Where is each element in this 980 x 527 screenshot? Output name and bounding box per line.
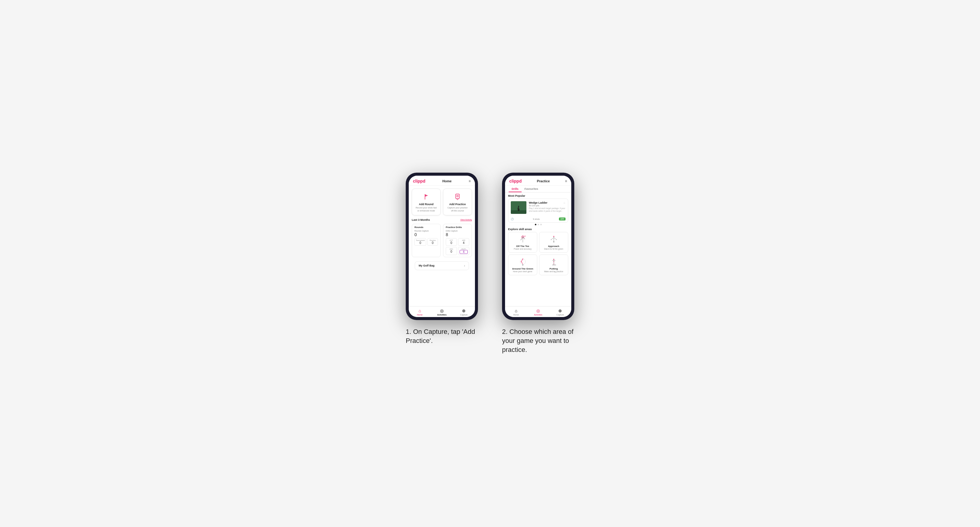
drills-capture-value: 8 — [446, 232, 469, 237]
skill-card-putting[interactable]: Putting Make and lag practice — [539, 254, 568, 275]
svg-point-1 — [425, 199, 425, 199]
nav-home-label-1: Home — [417, 314, 423, 316]
add-round-card[interactable]: Add Round Record your shots fast or enha… — [412, 189, 441, 215]
around-the-green-icon — [517, 257, 528, 266]
hamburger-icon-1[interactable]: ≡ — [469, 179, 471, 183]
capture-icon-1: ⊕ — [462, 308, 466, 313]
skill-grid: Off The Tee Power and accuracy — [505, 232, 571, 275]
tab-drills[interactable]: Drills — [509, 186, 522, 192]
arg-box: ARG 0 — [446, 247, 457, 255]
ott-value: 0 — [447, 241, 455, 244]
nav-activities-label-2: Activities — [534, 314, 542, 316]
approach-name: Approach — [548, 245, 559, 248]
off-the-tee-icon — [517, 235, 528, 244]
nav-activities-2[interactable]: ◎ Activities — [527, 308, 549, 316]
add-practice-desc: Capture your practice off-the-course — [446, 206, 469, 212]
action-cards: Add Round Record your shots fast or enha… — [409, 186, 475, 217]
activities-icon-2: ◎ — [536, 308, 540, 313]
add-practice-card[interactable]: Add Practice Capture your practice off-t… — [443, 189, 472, 215]
featured-footer: 🕐 9 shots APP — [508, 216, 568, 222]
add-practice-title: Add Practice — [449, 203, 466, 206]
putt-box: PUTT 4 — [458, 247, 469, 255]
approach-icon — [548, 235, 559, 244]
featured-desc: Play 1 shot at each target yardage. If y… — [529, 207, 566, 213]
svg-point-15 — [524, 236, 525, 237]
featured-title: Wedge Ladder — [529, 201, 547, 204]
ott-box: OTT 0 — [446, 238, 457, 246]
phone-section-1: clippd Home ≡ — [406, 173, 478, 345]
rounds-title: Rounds — [414, 226, 438, 229]
view-activity-link[interactable]: View Activity — [460, 219, 472, 221]
off-the-tee-name: Off The Tee — [516, 245, 529, 248]
nav-capture-1[interactable]: ⊕ Capture — [453, 308, 475, 316]
rounds-sub-stats: Tournament 0 Practice 0 — [414, 238, 438, 246]
putting-desc: Make and lag practice — [544, 270, 563, 273]
svg-point-10 — [518, 206, 519, 207]
practice-icon — [453, 192, 462, 202]
phones-container: clippd Home ≡ — [406, 173, 574, 354]
most-popular-label: Most Popular — [505, 192, 571, 198]
nav-home-1[interactable]: ⌂ Home — [409, 308, 431, 316]
clock-icon: 🕐 — [511, 218, 514, 221]
golf-bag-row[interactable]: My Golf Bag › — [415, 261, 469, 270]
skill-card-approach[interactable]: Approach Dial-in to hit the green — [539, 232, 568, 253]
skill-card-around-the-green[interactable]: Around The Green Hone your short game — [508, 254, 537, 275]
featured-drill-image — [511, 201, 527, 214]
svg-point-33 — [553, 264, 554, 265]
hamburger-icon-2[interactable]: ≡ — [565, 179, 567, 183]
flag-icon — [422, 192, 431, 202]
app-box: APP 4 — [458, 238, 469, 246]
featured-yardage: 50-100 yds — [529, 205, 566, 206]
drills-capture-label: Drills Capture — [446, 230, 469, 232]
practice-drills-title: Practice Drills — [446, 226, 469, 229]
putting-icon — [548, 257, 559, 266]
nav-capture-2[interactable]: ⊕ Capture — [549, 308, 571, 316]
tab-favourites[interactable]: Favourites — [522, 186, 541, 192]
rounds-box: Rounds Rounds Capture 0 Tournament 0 Pra… — [412, 224, 441, 257]
add-round-desc: Record your shots fast or enhanced mode — [414, 206, 438, 212]
nav-activities-1[interactable]: ◎ Activities — [431, 308, 453, 316]
activities-icon-1: ◎ — [440, 308, 444, 313]
putt-label: PUTT — [460, 248, 468, 250]
svg-point-32 — [553, 261, 554, 263]
skill-card-off-the-tee[interactable]: Off The Tee Power and accuracy — [508, 232, 537, 253]
svg-line-18 — [554, 238, 557, 240]
nav-home-label-2: Home — [513, 314, 519, 316]
bottom-nav-1: ⌂ Home ◎ Activities ⊕ Capture — [409, 306, 475, 317]
phone-screen-1: clippd Home ≡ — [409, 176, 475, 317]
rounds-capture-value: 0 — [414, 232, 438, 237]
around-the-green-name: Around The Green — [512, 267, 533, 270]
arg-value: 0 — [447, 250, 455, 253]
last-3-months-label: Last 3 Months — [412, 218, 430, 221]
svg-point-7 — [518, 208, 520, 211]
phone-section-2: clippd Practice ≡ Drills Favourites Most… — [502, 173, 574, 354]
carousel-dots — [505, 222, 571, 227]
featured-card-body: Wedge Ladder ☆ 50-100 yds Play 1 shot at… — [508, 199, 568, 216]
star-icon: ☆ — [563, 202, 566, 205]
bottom-nav-2: ⌂ Home ◎ Activities ⊕ Capture — [505, 306, 571, 317]
caption-2: 2. Choose which area of your game you wa… — [502, 327, 574, 354]
home-icon-2: ⌂ — [515, 308, 517, 313]
app-value: 4 — [460, 241, 468, 244]
app-title-2: Practice — [537, 179, 550, 183]
approach-desc: Dial-in to hit the green — [544, 248, 563, 250]
practice-box: Practice 0 — [427, 238, 438, 246]
app-title-1: Home — [442, 179, 452, 183]
app-header-2: clippd Practice ≡ — [505, 176, 571, 186]
capture-icon-2: ⊕ — [558, 308, 562, 313]
svg-point-31 — [553, 259, 554, 260]
tabs-row: Drills Favourites — [505, 186, 571, 192]
featured-drill-card[interactable]: Wedge Ladder ☆ 50-100 yds Play 1 shot at… — [508, 198, 568, 222]
phone-frame-1: clippd Home ≡ — [406, 173, 478, 320]
tournament-box: Tournament 0 — [414, 238, 426, 246]
nav-home-2[interactable]: ⌂ Home — [505, 308, 527, 316]
svg-point-28 — [521, 261, 522, 262]
featured-info: Wedge Ladder ☆ 50-100 yds Play 1 shot at… — [529, 201, 566, 214]
add-round-title: Add Round — [419, 203, 434, 206]
off-the-tee-desc: Power and accuracy — [514, 248, 531, 250]
dot-3 — [540, 224, 542, 225]
svg-point-20 — [553, 236, 554, 237]
nav-capture-label-2: Capture — [557, 314, 564, 316]
drills-sub-stats: OTT 0 APP 4 ARG 0 — [446, 238, 469, 255]
svg-line-26 — [521, 262, 522, 264]
